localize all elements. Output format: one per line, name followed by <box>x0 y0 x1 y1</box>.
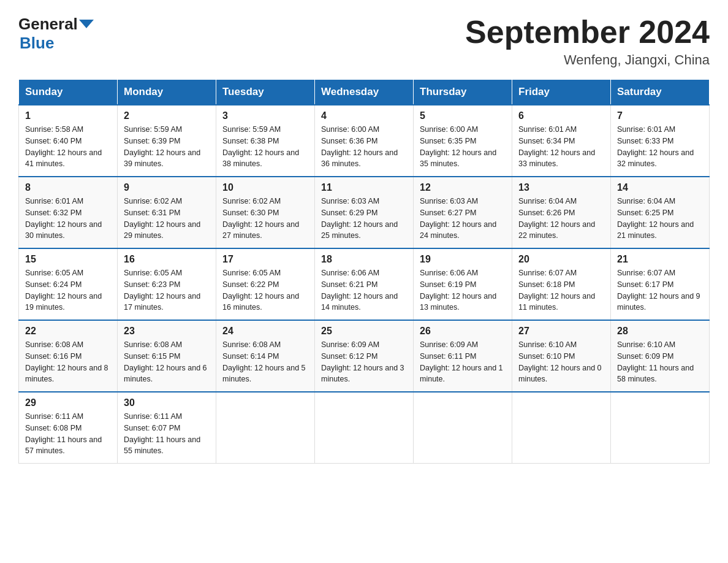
calendar-cell: 28 Sunrise: 6:10 AMSunset: 6:09 PMDaylig… <box>611 320 710 392</box>
calendar-cell: 4 Sunrise: 6:00 AMSunset: 6:36 PMDayligh… <box>315 105 414 177</box>
day-number: 5 <box>420 110 506 121</box>
calendar-cell: 13 Sunrise: 6:04 AMSunset: 6:26 PMDaylig… <box>512 177 611 248</box>
day-number: 14 <box>617 182 703 193</box>
logo: General Blue <box>18 15 95 53</box>
day-number: 20 <box>518 254 604 265</box>
logo-general: General <box>18 15 78 34</box>
logo-blue: Blue <box>20 34 54 53</box>
day-info: Sunrise: 6:10 AMSunset: 6:10 PMDaylight:… <box>518 339 604 385</box>
calendar-week-row: 29 Sunrise: 6:11 AMSunset: 6:08 PMDaylig… <box>19 392 710 464</box>
day-info: Sunrise: 6:08 AMSunset: 6:14 PMDaylight:… <box>222 339 308 385</box>
day-number: 26 <box>420 326 506 337</box>
day-info: Sunrise: 6:08 AMSunset: 6:15 PMDaylight:… <box>124 339 210 385</box>
day-number: 11 <box>321 182 407 193</box>
calendar-cell: 24 Sunrise: 6:08 AMSunset: 6:14 PMDaylig… <box>216 320 315 392</box>
month-title: September 2024 <box>465 15 710 50</box>
calendar-cell: 25 Sunrise: 6:09 AMSunset: 6:12 PMDaylig… <box>315 320 414 392</box>
calendar-cell: 8 Sunrise: 6:01 AMSunset: 6:32 PMDayligh… <box>19 177 118 248</box>
day-number: 28 <box>617 326 703 337</box>
calendar-cell: 9 Sunrise: 6:02 AMSunset: 6:31 PMDayligh… <box>118 177 216 248</box>
day-number: 18 <box>321 254 407 265</box>
day-number: 19 <box>420 254 506 265</box>
day-info: Sunrise: 6:03 AMSunset: 6:29 PMDaylight:… <box>321 196 407 242</box>
day-info: Sunrise: 6:01 AMSunset: 6:33 PMDaylight:… <box>617 124 703 170</box>
day-info: Sunrise: 6:00 AMSunset: 6:36 PMDaylight:… <box>321 124 407 170</box>
day-number: 27 <box>518 326 604 337</box>
day-number: 15 <box>25 254 111 265</box>
day-info: Sunrise: 6:00 AMSunset: 6:35 PMDaylight:… <box>420 124 506 170</box>
day-number: 21 <box>617 254 703 265</box>
calendar-cell: 29 Sunrise: 6:11 AMSunset: 6:08 PMDaylig… <box>19 392 118 464</box>
day-number: 17 <box>222 254 308 265</box>
calendar-cell: 12 Sunrise: 6:03 AMSunset: 6:27 PMDaylig… <box>414 177 512 248</box>
calendar-cell: 17 Sunrise: 6:05 AMSunset: 6:22 PMDaylig… <box>216 248 315 320</box>
day-info: Sunrise: 6:05 AMSunset: 6:23 PMDaylight:… <box>124 267 210 313</box>
calendar-cell <box>216 392 315 464</box>
day-number: 16 <box>124 254 210 265</box>
day-number: 3 <box>222 110 308 121</box>
col-monday: Monday <box>118 80 216 105</box>
col-saturday: Saturday <box>611 80 710 105</box>
day-number: 22 <box>25 326 111 337</box>
day-info: Sunrise: 6:04 AMSunset: 6:26 PMDaylight:… <box>518 196 604 242</box>
calendar-cell: 26 Sunrise: 6:09 AMSunset: 6:11 PMDaylig… <box>414 320 512 392</box>
calendar-header-row: Sunday Monday Tuesday Wednesday Thursday… <box>19 80 710 105</box>
col-sunday: Sunday <box>19 80 118 105</box>
day-info: Sunrise: 6:03 AMSunset: 6:27 PMDaylight:… <box>420 196 506 242</box>
day-info: Sunrise: 6:01 AMSunset: 6:32 PMDaylight:… <box>25 196 111 242</box>
svg-marker-0 <box>79 20 94 28</box>
day-number: 13 <box>518 182 604 193</box>
calendar-cell: 15 Sunrise: 6:05 AMSunset: 6:24 PMDaylig… <box>19 248 118 320</box>
calendar-cell <box>512 392 611 464</box>
calendar-cell: 3 Sunrise: 5:59 AMSunset: 6:38 PMDayligh… <box>216 105 315 177</box>
day-number: 23 <box>124 326 210 337</box>
day-info: Sunrise: 5:58 AMSunset: 6:40 PMDaylight:… <box>25 124 111 170</box>
day-number: 8 <box>25 182 111 193</box>
calendar-cell: 21 Sunrise: 6:07 AMSunset: 6:17 PMDaylig… <box>611 248 710 320</box>
day-number: 2 <box>124 110 210 121</box>
day-number: 1 <box>25 110 111 121</box>
day-info: Sunrise: 5:59 AMSunset: 6:39 PMDaylight:… <box>124 124 210 170</box>
calendar-cell <box>611 392 710 464</box>
day-number: 25 <box>321 326 407 337</box>
day-info: Sunrise: 6:06 AMSunset: 6:19 PMDaylight:… <box>420 267 506 313</box>
day-info: Sunrise: 6:06 AMSunset: 6:21 PMDaylight:… <box>321 267 407 313</box>
day-info: Sunrise: 6:05 AMSunset: 6:22 PMDaylight:… <box>222 267 308 313</box>
day-number: 12 <box>420 182 506 193</box>
day-number: 9 <box>124 182 210 193</box>
day-info: Sunrise: 6:07 AMSunset: 6:18 PMDaylight:… <box>518 267 604 313</box>
calendar-table: Sunday Monday Tuesday Wednesday Thursday… <box>18 79 710 464</box>
logo-icon <box>78 15 95 32</box>
calendar-cell: 20 Sunrise: 6:07 AMSunset: 6:18 PMDaylig… <box>512 248 611 320</box>
day-info: Sunrise: 6:11 AMSunset: 6:07 PMDaylight:… <box>124 411 210 457</box>
calendar-cell: 18 Sunrise: 6:06 AMSunset: 6:21 PMDaylig… <box>315 248 414 320</box>
day-info: Sunrise: 6:09 AMSunset: 6:12 PMDaylight:… <box>321 339 407 385</box>
calendar-cell: 23 Sunrise: 6:08 AMSunset: 6:15 PMDaylig… <box>118 320 216 392</box>
title-area: September 2024 Wenfeng, Jiangxi, China <box>465 15 710 68</box>
day-info: Sunrise: 6:08 AMSunset: 6:16 PMDaylight:… <box>25 339 111 385</box>
calendar-cell: 7 Sunrise: 6:01 AMSunset: 6:33 PMDayligh… <box>611 105 710 177</box>
day-info: Sunrise: 6:09 AMSunset: 6:11 PMDaylight:… <box>420 339 506 385</box>
day-info: Sunrise: 6:02 AMSunset: 6:30 PMDaylight:… <box>222 196 308 242</box>
calendar-cell: 19 Sunrise: 6:06 AMSunset: 6:19 PMDaylig… <box>414 248 512 320</box>
col-thursday: Thursday <box>414 80 512 105</box>
header: General Blue September 2024 Wenfeng, Jia… <box>18 15 710 68</box>
day-number: 24 <box>222 326 308 337</box>
day-number: 6 <box>518 110 604 121</box>
calendar-cell: 30 Sunrise: 6:11 AMSunset: 6:07 PMDaylig… <box>118 392 216 464</box>
calendar-week-row: 22 Sunrise: 6:08 AMSunset: 6:16 PMDaylig… <box>19 320 710 392</box>
day-info: Sunrise: 5:59 AMSunset: 6:38 PMDaylight:… <box>222 124 308 170</box>
day-info: Sunrise: 6:05 AMSunset: 6:24 PMDaylight:… <box>25 267 111 313</box>
calendar-week-row: 15 Sunrise: 6:05 AMSunset: 6:24 PMDaylig… <box>19 248 710 320</box>
day-number: 4 <box>321 110 407 121</box>
calendar-cell: 16 Sunrise: 6:05 AMSunset: 6:23 PMDaylig… <box>118 248 216 320</box>
day-info: Sunrise: 6:04 AMSunset: 6:25 PMDaylight:… <box>617 196 703 242</box>
day-info: Sunrise: 6:11 AMSunset: 6:08 PMDaylight:… <box>25 411 111 457</box>
calendar-cell <box>315 392 414 464</box>
calendar-cell: 11 Sunrise: 6:03 AMSunset: 6:29 PMDaylig… <box>315 177 414 248</box>
day-number: 29 <box>25 397 111 408</box>
col-friday: Friday <box>512 80 611 105</box>
calendar-cell: 5 Sunrise: 6:00 AMSunset: 6:35 PMDayligh… <box>414 105 512 177</box>
calendar-week-row: 8 Sunrise: 6:01 AMSunset: 6:32 PMDayligh… <box>19 177 710 248</box>
calendar-cell: 14 Sunrise: 6:04 AMSunset: 6:25 PMDaylig… <box>611 177 710 248</box>
